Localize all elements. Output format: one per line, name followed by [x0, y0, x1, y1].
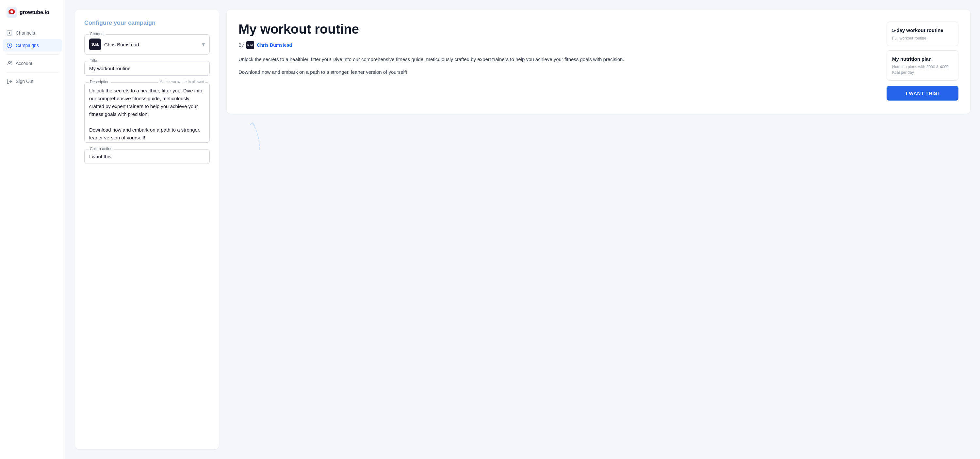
product-1-title: 5-day workout routine: [892, 27, 953, 33]
title-field: Title: [84, 61, 210, 76]
channels-label: Channels: [16, 30, 35, 36]
preview-by-label: By: [239, 43, 244, 48]
description-group: Description Markdown syntax is allowed U…: [84, 82, 210, 143]
svg-point-3: [10, 10, 13, 13]
sidebar-item-signout[interactable]: Sign Out: [0, 75, 65, 87]
configure-panel: Configure your campaign Channel 3UM. Chr…: [75, 10, 219, 449]
account-icon: [6, 60, 13, 66]
product-2-subtitle: Nutrition plans with 3000 & 4000 Kcal pe…: [892, 64, 953, 75]
channel-avatar: 3UM.: [89, 38, 101, 50]
preview-desc-p2: Download now and embark on a path to a s…: [239, 68, 879, 76]
nav-section: Channels Campaigns Account: [0, 24, 65, 90]
channel-select[interactable]: 3UM. Chris Bumstead ▾: [84, 35, 209, 54]
play-icon: [6, 30, 13, 36]
author-avatar: 3UM.: [246, 41, 254, 49]
preview-card: My workout routine By 3UM. Chris Bumstea…: [227, 10, 970, 114]
sidebar-item-campaigns[interactable]: Campaigns: [3, 39, 62, 52]
main-content: Configure your campaign Channel 3UM. Chr…: [65, 0, 980, 459]
preview-title: My workout routine: [239, 22, 879, 37]
svg-point-9: [9, 45, 10, 46]
preview-author: By 3UM. Chris Bumstead: [239, 41, 879, 49]
chevron-down-icon: ▾: [202, 41, 205, 48]
logo: growtube.io: [0, 0, 65, 24]
title-group: Title: [84, 61, 210, 76]
campaigns-label: Campaigns: [16, 43, 39, 48]
author-name: Chris Bumstead: [257, 43, 292, 48]
description-field: Description Markdown syntax is allowed U…: [84, 82, 210, 143]
preview-description: Unlock the secrets to a healthier, fitte…: [239, 56, 879, 76]
description-textarea[interactable]: Unlock the secrets to a healthier, fitte…: [84, 83, 209, 141]
cta-field: Call to action: [84, 149, 210, 164]
logo-text: growtube.io: [20, 10, 49, 15]
campaigns-icon: [6, 43, 13, 48]
product-card-1: 5-day workout routine Full workout routi…: [886, 22, 958, 46]
preview-desc-p1: Unlock the secrets to a healthier, fitte…: [239, 56, 879, 64]
markdown-hint: Markdown syntax is allowed: [158, 79, 205, 84]
logo-icon: [6, 7, 17, 17]
product-2-title: My nutrition plan: [892, 56, 953, 62]
sidebar: growtube.io Channels Campaigns: [0, 0, 65, 459]
nav-divider-2: [6, 72, 59, 73]
signout-label: Sign Out: [16, 79, 33, 84]
want-this-button[interactable]: I WANT THIS!: [886, 86, 958, 100]
cta-label: Call to action: [89, 146, 114, 151]
channel-left: 3UM. Chris Bumstead: [89, 38, 139, 50]
cta-input[interactable]: [84, 149, 209, 164]
account-label: Account: [16, 61, 32, 66]
arrow-area: [227, 120, 970, 154]
title-input[interactable]: [84, 61, 209, 75]
channel-name: Chris Bumstead: [104, 42, 139, 47]
sidebar-item-account[interactable]: Account: [0, 57, 65, 70]
title-label: Title: [89, 59, 98, 63]
cta-group: Call to action: [84, 149, 210, 164]
product-1-subtitle: Full workout routine: [892, 36, 953, 41]
preview-area: My workout routine By 3UM. Chris Bumstea…: [227, 10, 970, 449]
channel-group: Channel 3UM. Chris Bumstead ▾: [84, 34, 210, 54]
preview-main: My workout routine By 3UM. Chris Bumstea…: [239, 22, 879, 100]
arrow-doodle: [240, 120, 266, 154]
sidebar-item-channels[interactable]: Channels: [0, 27, 65, 39]
channel-label: Channel: [89, 32, 106, 36]
svg-marker-5: [9, 32, 11, 34]
description-label: Description: [89, 79, 111, 84]
channel-field: Channel 3UM. Chris Bumstead ▾: [84, 34, 210, 54]
signout-icon: [6, 78, 13, 84]
configure-title: Configure your campaign: [84, 20, 210, 27]
preview-sidebar: 5-day workout routine Full workout routi…: [886, 22, 958, 100]
product-card-2: My nutrition plan Nutrition plans with 3…: [886, 50, 958, 81]
